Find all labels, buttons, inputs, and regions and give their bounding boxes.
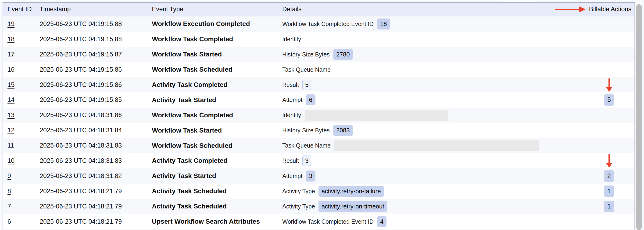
event-id-link[interactable]: 10	[8, 157, 14, 164]
detail-value-badge: 5	[302, 80, 311, 90]
column-header-event-id: Event ID	[3, 6, 40, 13]
details-cell: Task Queue Name	[282, 140, 593, 151]
column-header-billable-actions: Billable Actions	[593, 6, 634, 13]
vertical-scrollbar-thumb[interactable]	[636, 4, 642, 230]
event-id-link[interactable]: 14	[8, 96, 14, 103]
detail-label: Activity Type	[282, 203, 315, 210]
event-id-cell: 17	[3, 51, 40, 58]
timestamp-cell: 2025-06-23 UTC 04:18:31.83	[40, 142, 152, 149]
column-header-details: Details	[282, 6, 593, 13]
table-row: 112025-06-23 UTC 04:18:31.83Workflow Tas…	[3, 138, 634, 153]
detail-value-badge: 2780	[333, 49, 353, 60]
event-id-link[interactable]: 12	[8, 127, 14, 134]
detail-label: Task Queue Name	[282, 66, 331, 73]
event-id-cell: 11	[3, 142, 40, 149]
detail-redacted-block	[334, 140, 538, 151]
billable-actions-cell: 1	[593, 185, 634, 197]
table-row: 162025-06-23 UTC 04:19:15.86Workflow Tas…	[3, 62, 634, 77]
detail-label: Workflow Task Completed Event ID	[282, 218, 374, 225]
details-cell: Attempt3	[282, 171, 593, 181]
event-id-link[interactable]: 13	[8, 111, 14, 119]
timestamp-cell: 2025-06-23 UTC 04:18:31.82	[40, 172, 152, 180]
event-history-screen: Event ID Timestamp Event Type Details Bi…	[0, 0, 644, 230]
event-history-table: Event ID Timestamp Event Type Details Bi…	[2, 2, 635, 230]
detail-value-badge: activity.retry-on-failure	[318, 186, 384, 197]
detail-value-badge: 18	[377, 19, 390, 30]
table-body: 192025-06-23 UTC 04:19:15.88Workflow Exe…	[3, 16, 634, 230]
detail-label: Result	[282, 81, 299, 88]
billable-count-badge: 2	[604, 170, 614, 182]
event-type-cell: Workflow Task Completed	[152, 35, 282, 43]
table-header-row: Event ID Timestamp Event Type Details Bi…	[3, 3, 634, 16]
details-cell: Attempt6	[282, 94, 593, 105]
event-type-cell: Workflow Task Started	[152, 127, 282, 134]
timestamp-cell: 2025-06-23 UTC 04:18:31.83	[40, 157, 152, 164]
details-cell: History Size Bytes2780	[282, 49, 593, 60]
table-row: 102025-06-23 UTC 04:18:31.83Activity Tas…	[3, 153, 634, 168]
detail-label: Identity	[282, 112, 301, 119]
details-cell: Identity	[282, 36, 593, 43]
timestamp-cell: 2025-06-23 UTC 04:19:15.88	[40, 36, 152, 43]
timestamp-cell: 2025-06-23 UTC 04:19:15.87	[40, 51, 152, 58]
event-type-cell: Workflow Task Started	[152, 51, 282, 58]
details-cell: Workflow Task Completed Event ID4	[282, 216, 593, 227]
event-id-link[interactable]: 9	[8, 172, 11, 179]
detail-label: History Size Bytes	[282, 127, 330, 134]
event-id-link[interactable]: 17	[8, 51, 14, 58]
event-id-link[interactable]: 16	[8, 66, 14, 73]
billable-count-badge: 5	[604, 94, 614, 106]
detail-value-badge: activity.retry-on-timeout	[318, 201, 387, 212]
detail-value-badge: 3	[306, 171, 315, 181]
table-row: 92025-06-23 UTC 04:18:31.82Activity Task…	[3, 168, 634, 184]
timestamp-cell: 2025-06-23 UTC 04:18:21.79	[40, 203, 152, 210]
event-id-cell: 14	[3, 96, 40, 103]
table-row: 192025-06-23 UTC 04:19:15.88Workflow Exe…	[3, 16, 634, 32]
details-cell: Activity Typeactivity.retry-on-failure	[282, 186, 593, 197]
billable-actions-cell: 5	[593, 94, 634, 106]
table-row: 72025-06-23 UTC 04:18:21.79Activity Task…	[3, 199, 634, 214]
event-type-cell: Activity Task Started	[152, 172, 282, 180]
timestamp-cell: 2025-06-23 UTC 04:19:15.88	[40, 20, 152, 28]
event-id-link[interactable]: 6	[8, 218, 11, 225]
event-type-cell: Workflow Execution Completed	[152, 20, 282, 28]
details-cell: Result5	[282, 80, 593, 90]
table-row: 122025-06-23 UTC 04:18:31.84Workflow Tas…	[3, 123, 634, 138]
event-id-link[interactable]: 8	[8, 188, 11, 195]
table-row: 82025-06-23 UTC 04:18:21.79Activity Task…	[3, 184, 634, 199]
event-type-cell: Workflow Task Scheduled	[152, 66, 282, 73]
annotation-down-arrow-icon	[606, 154, 612, 168]
billable-count-badge: 1	[604, 185, 614, 197]
detail-label: Identity	[282, 36, 301, 43]
details-cell: Result3	[282, 156, 593, 166]
details-cell: History Size Bytes2083	[282, 125, 593, 136]
event-id-link[interactable]: 15	[8, 81, 14, 88]
timestamp-cell: 2025-06-23 UTC 04:18:21.79	[40, 188, 152, 195]
event-id-cell: 12	[3, 127, 40, 134]
detail-label: History Size Bytes	[282, 51, 330, 58]
event-id-link[interactable]: 18	[8, 36, 14, 43]
event-id-cell: 16	[3, 66, 40, 73]
timestamp-cell: 2025-06-23 UTC 04:19:15.86	[40, 81, 152, 88]
event-type-cell: Workflow Task Completed	[152, 111, 282, 119]
event-type-cell: Upsert Workflow Search Attributes	[152, 218, 282, 225]
event-id-cell: 10	[3, 157, 40, 164]
event-type-cell: Activity Task Completed	[152, 81, 282, 88]
top-ui-sliver-segment	[502, 0, 535, 2]
table-row: 142025-06-23 UTC 04:19:15.85Activity Tas…	[3, 92, 634, 107]
billable-actions-label: Billable Actions	[589, 6, 632, 13]
details-cell: Workflow Task Completed Event ID18	[282, 19, 593, 30]
column-header-event-type: Event Type	[152, 6, 282, 13]
event-id-link[interactable]: 7	[8, 203, 11, 210]
event-id-link[interactable]: 11	[8, 142, 14, 149]
table-row: 152025-06-23 UTC 04:19:15.86Activity Tas…	[3, 77, 634, 92]
event-id-cell: 13	[3, 111, 40, 119]
detail-label: Result	[282, 157, 299, 164]
event-type-cell: Activity Task Scheduled	[152, 187, 282, 195]
timestamp-cell: 2025-06-23 UTC 04:18:31.86	[40, 111, 152, 119]
event-id-cell: 18	[3, 36, 40, 43]
event-id-cell: 7	[3, 203, 40, 210]
details-cell: Identity	[282, 110, 593, 121]
table-row: 62025-06-23 UTC 04:18:21.79Upsert Workfl…	[3, 214, 634, 229]
event-type-cell: Activity Task Started	[152, 96, 282, 104]
event-id-link[interactable]: 19	[8, 20, 14, 27]
